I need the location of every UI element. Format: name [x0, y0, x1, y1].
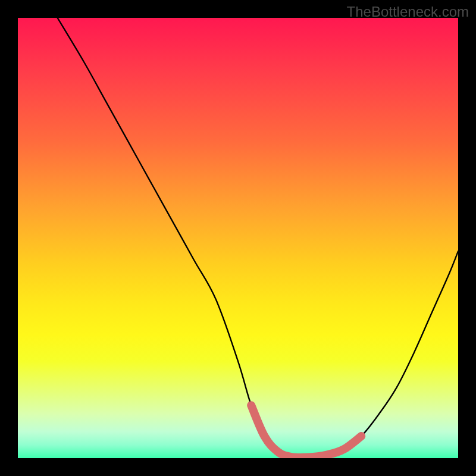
bottleneck-curve — [58, 18, 458, 458]
plot-interior — [18, 18, 458, 458]
chart-frame: TheBottleneck.com — [0, 0, 476, 476]
watermark-text: TheBottleneck.com — [347, 4, 469, 20]
optimal-zone-overlay — [251, 405, 361, 458]
plot-svg — [18, 18, 458, 458]
